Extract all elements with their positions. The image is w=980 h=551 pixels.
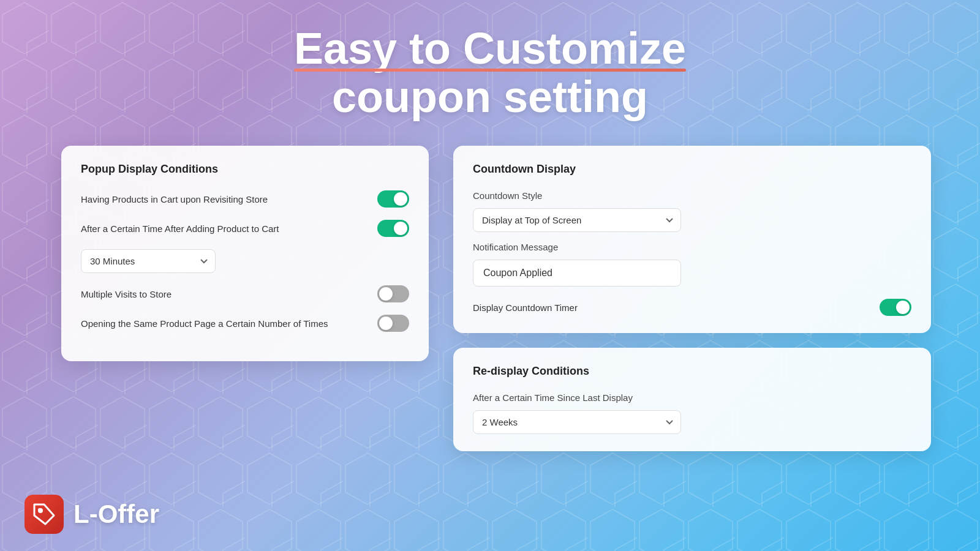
right-column: Countdown Display Countdown Style Displa… (453, 146, 931, 451)
toggle-knob-after-time (394, 222, 407, 235)
toggle-display-countdown[interactable] (880, 299, 911, 316)
toggle-knob-same-product (379, 317, 393, 330)
toggle-multiple-visits[interactable] (377, 285, 409, 302)
notification-message-section: Notification Message (473, 242, 911, 299)
header: Easy to Customize coupon setting (0, 0, 980, 133)
redisplay-panel-title: Re-display Conditions (473, 365, 911, 378)
notification-message-input[interactable] (473, 260, 681, 287)
left-panel-title: Popup Display Conditions (81, 163, 409, 176)
toggle-same-product[interactable] (377, 315, 409, 332)
condition-label-same-product: Opening the Same Product Page a Certain … (81, 318, 377, 329)
toggle-knob-multiple-visits (379, 287, 393, 301)
countdown-panel-title: Countdown Display (473, 163, 911, 176)
condition-row-after-time: After a Certain Time After Adding Produc… (81, 220, 409, 237)
countdown-style-label: Countdown Style (473, 190, 911, 201)
logo-icon (24, 495, 64, 534)
time-dropdown-row: 30 Minutes 5 Minutes 10 Minutes 15 Minut… (81, 249, 409, 273)
notification-message-label: Notification Message (473, 242, 911, 252)
condition-row-same-product: Opening the Same Product Page a Certain … (81, 315, 409, 332)
panels-container: Popup Display Conditions Having Products… (0, 133, 980, 463)
toggle-knob-countdown (896, 301, 910, 314)
logo-svg (32, 502, 56, 527)
logo-text: L-Offer (74, 500, 159, 529)
condition-row-having-products: Having Products in Cart upon Revisiting … (81, 190, 409, 208)
condition-row-multiple-visits: Multiple Visits to Store (81, 285, 409, 302)
time-dropdown[interactable]: 30 Minutes 5 Minutes 10 Minutes 15 Minut… (81, 249, 216, 273)
redisplay-time-label: After a Certain Time Since Last Display (473, 392, 911, 403)
display-countdown-label: Display Countdown Timer (473, 302, 880, 313)
title-line1: Easy to Customize (0, 24, 980, 73)
redisplay-panel: Re-display Conditions After a Certain Ti… (453, 348, 931, 451)
toggle-after-time[interactable] (377, 220, 409, 237)
countdown-timer-row: Display Countdown Timer (473, 299, 911, 316)
redisplay-time-dropdown[interactable]: 1 Day 3 Days 1 Week 2 Weeks 1 Month (473, 410, 681, 434)
condition-label-multiple-visits: Multiple Visits to Store (81, 289, 377, 299)
condition-label-having-products: Having Products in Cart upon Revisiting … (81, 194, 377, 204)
title-underline: Easy to Customize (294, 24, 686, 73)
condition-label-after-time: After a Certain Time After Adding Produc… (81, 223, 377, 234)
countdown-panel: Countdown Display Countdown Style Displa… (453, 146, 931, 333)
logo-area: L-Offer (24, 495, 159, 534)
title-line2: coupon setting (0, 73, 980, 121)
toggle-having-products[interactable] (377, 190, 409, 208)
left-panel: Popup Display Conditions Having Products… (61, 146, 429, 361)
countdown-style-dropdown[interactable]: Display at Top of Screen Display at Bott… (473, 208, 681, 232)
svg-point-4 (38, 508, 42, 512)
toggle-knob-having-products (394, 192, 407, 206)
